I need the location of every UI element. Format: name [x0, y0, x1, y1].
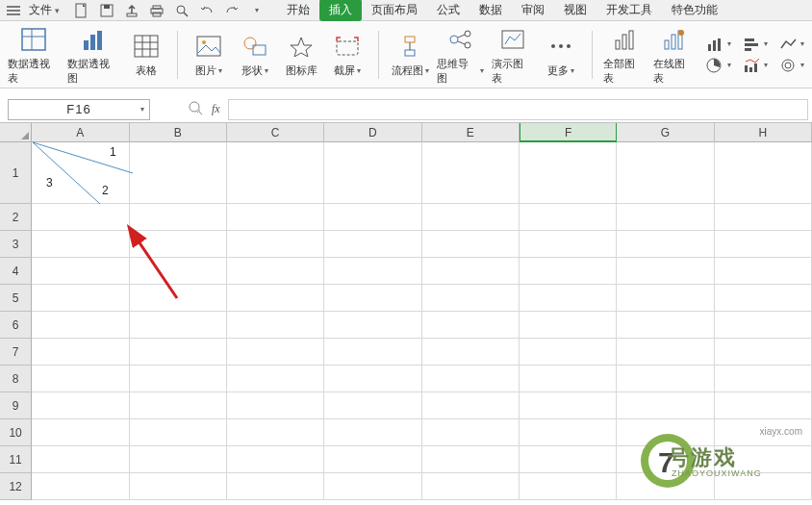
cell[interactable] — [715, 339, 812, 366]
cell[interactable] — [422, 204, 520, 231]
cancel-formula-icon[interactable] — [189, 101, 202, 117]
qat-dropdown-icon[interactable]: ▾ — [248, 2, 266, 19]
mindmap-button[interactable]: 思维导图▾ — [437, 24, 484, 86]
undo-icon[interactable] — [198, 2, 216, 19]
cell[interactable] — [32, 366, 129, 392]
cell[interactable] — [130, 258, 227, 285]
cell[interactable] — [715, 231, 812, 258]
cell[interactable] — [520, 204, 617, 231]
col-header-a[interactable]: A — [32, 123, 129, 142]
col-header-h[interactable]: H — [715, 123, 812, 142]
tab-formulas[interactable]: 公式 — [427, 0, 469, 21]
cell[interactable] — [130, 312, 227, 339]
cell[interactable] — [227, 231, 324, 258]
cell[interactable] — [520, 231, 617, 258]
cell[interactable] — [32, 285, 129, 312]
flowchart-button[interactable]: 流程图▾ — [391, 31, 429, 78]
all-charts-button[interactable]: 全部图表 — [603, 24, 645, 86]
cell[interactable] — [227, 392, 324, 419]
cell[interactable] — [422, 339, 520, 366]
tab-view[interactable]: 视图 — [554, 0, 596, 21]
cell[interactable] — [324, 142, 421, 204]
cell[interactable] — [520, 142, 617, 204]
cell[interactable] — [32, 446, 129, 473]
cell[interactable] — [422, 312, 520, 339]
new-icon[interactable] — [73, 2, 90, 19]
col-header-d[interactable]: D — [324, 123, 421, 142]
row-header[interactable]: 7 — [0, 339, 32, 366]
column-chart-button[interactable]: ▾ — [706, 37, 731, 52]
cell[interactable] — [617, 258, 714, 285]
combo-chart-button[interactable]: ▾ — [743, 58, 768, 73]
cell[interactable] — [520, 419, 617, 446]
print-icon[interactable] — [148, 2, 165, 19]
cell[interactable] — [715, 392, 812, 419]
name-box-dropdown-icon[interactable]: ▾ — [140, 105, 145, 114]
cell[interactable] — [422, 446, 520, 473]
col-header-c[interactable]: C — [227, 123, 324, 142]
save-icon[interactable] — [98, 2, 115, 19]
cell[interactable] — [130, 392, 227, 419]
fx-icon[interactable]: fx — [212, 102, 220, 116]
cell[interactable] — [130, 285, 227, 312]
row-header[interactable]: 1 — [0, 142, 32, 204]
cell[interactable] — [520, 339, 617, 366]
tab-data[interactable]: 数据 — [469, 0, 512, 21]
file-menu[interactable]: 文件 ▾ — [23, 2, 65, 18]
row-header[interactable]: 4 — [0, 258, 32, 285]
cell[interactable] — [32, 312, 129, 339]
col-header-f[interactable]: F — [520, 123, 617, 142]
row-header[interactable]: 12 — [0, 473, 32, 500]
cell[interactable] — [227, 285, 324, 312]
cell[interactable] — [715, 285, 812, 312]
hamburger-icon[interactable] — [4, 5, 23, 16]
col-header-b[interactable]: B — [130, 123, 227, 142]
col-header-e[interactable]: E — [422, 123, 520, 142]
preview-icon[interactable] — [173, 2, 190, 19]
redo-icon[interactable] — [223, 2, 241, 19]
cell[interactable] — [324, 339, 421, 366]
cell[interactable] — [520, 473, 617, 500]
cell[interactable] — [130, 419, 227, 446]
cell[interactable] — [32, 204, 129, 231]
cell[interactable] — [617, 312, 714, 339]
cell[interactable] — [520, 392, 617, 419]
formula-input[interactable] — [228, 99, 808, 120]
cell[interactable] — [130, 446, 227, 473]
cell[interactable] — [32, 392, 129, 419]
cell[interactable] — [32, 339, 129, 366]
shapes-button[interactable]: 形状▾ — [236, 31, 274, 78]
table-button[interactable]: 表格 — [127, 31, 165, 78]
cell[interactable] — [422, 285, 520, 312]
cell[interactable] — [617, 366, 714, 392]
cell[interactable] — [324, 231, 421, 258]
cell[interactable] — [617, 285, 714, 312]
cell[interactable] — [324, 392, 421, 419]
select-all-corner[interactable] — [0, 123, 32, 142]
row-header[interactable]: 5 — [0, 285, 32, 312]
cell[interactable] — [227, 339, 324, 366]
row-header[interactable]: 11 — [0, 446, 32, 473]
tab-page-layout[interactable]: 页面布局 — [362, 0, 427, 21]
more-button[interactable]: 更多▾ — [542, 31, 580, 78]
cell[interactable] — [422, 392, 520, 419]
cell[interactable] — [227, 419, 324, 446]
cell[interactable] — [324, 419, 421, 446]
cell[interactable] — [130, 231, 227, 258]
cell[interactable] — [324, 366, 421, 392]
cell[interactable] — [32, 258, 129, 285]
row-header[interactable]: 2 — [0, 204, 32, 231]
cell[interactable] — [422, 473, 520, 500]
cell[interactable] — [130, 204, 227, 231]
tab-home[interactable]: 开始 — [277, 0, 319, 21]
cell[interactable] — [324, 258, 421, 285]
cell[interactable] — [422, 231, 520, 258]
radar-chart-button[interactable]: ▾ — [779, 58, 804, 73]
line-chart-button[interactable]: ▾ — [779, 37, 804, 52]
cell[interactable] — [130, 142, 227, 204]
cell[interactable] — [324, 473, 421, 500]
cell[interactable] — [32, 142, 129, 204]
cell[interactable] — [227, 204, 324, 231]
cell[interactable] — [520, 258, 617, 285]
cell[interactable] — [422, 258, 520, 285]
